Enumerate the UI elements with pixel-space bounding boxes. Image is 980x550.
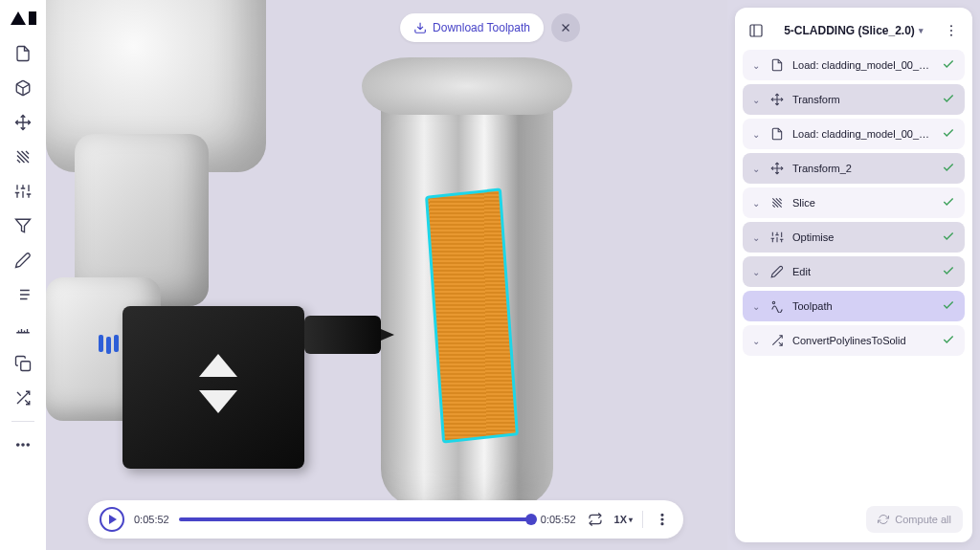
convert-icon[interactable]: [8, 383, 38, 413]
step-load-cladding-model-00-01-obj[interactable]: ⌄Load: cladding_model_00_01.obj: [743, 119, 965, 149]
download-toolpath-button[interactable]: Download Toolpath: [400, 13, 544, 42]
copy-icon[interactable]: [8, 348, 38, 379]
step-toolpath[interactable]: ⌄Toolpath: [743, 291, 965, 321]
sliders-icon: [769, 230, 785, 245]
process-title[interactable]: 5-CLADDING (Slice_2.0): [784, 24, 924, 37]
download-label: Download Toolpath: [433, 21, 530, 34]
step-label: Optimise: [792, 231, 934, 243]
close-button[interactable]: [551, 13, 580, 42]
svg-rect-7: [750, 25, 762, 36]
step-convertpolylinestosolid[interactable]: ⌄ConvertPolylinesToSolid: [743, 325, 965, 356]
list-icon[interactable]: [8, 279, 38, 310]
step-optimise[interactable]: ⌄Optimise: [743, 222, 965, 253]
file-icon: [769, 57, 785, 73]
move-icon: [769, 92, 785, 107]
step-label: Load: cladding_model_00_01.obj: [792, 128, 934, 140]
file-icon: [769, 126, 785, 142]
time-total: 0:05:52: [541, 514, 576, 525]
svg-point-10: [950, 34, 952, 36]
pencil-icon: [769, 264, 785, 279]
step-edit[interactable]: ⌄Edit: [743, 256, 965, 287]
step-slice[interactable]: ⌄Slice: [743, 187, 965, 218]
cube-icon[interactable]: [8, 73, 38, 103]
compute-label: Compute all: [895, 514, 951, 525]
play-button[interactable]: [100, 507, 124, 532]
playback-bar: 0:05:52 0:05:52 1X▾: [88, 500, 683, 539]
hatch-icon[interactable]: [8, 142, 38, 172]
step-transform[interactable]: ⌄Transform: [743, 84, 965, 115]
check-icon: [942, 92, 955, 107]
check-icon: [942, 230, 955, 245]
more-horizontal-icon[interactable]: [8, 429, 38, 460]
hatch-icon: [769, 195, 785, 210]
check-icon: [942, 126, 955, 142]
step-label: Toolpath: [792, 300, 934, 312]
move-icon[interactable]: [8, 107, 38, 138]
workpiece-model: [362, 57, 572, 507]
move-icon: [769, 161, 785, 176]
speed-selector[interactable]: 1X▾: [614, 514, 633, 525]
chevron-down-icon: ⌄: [752, 232, 762, 243]
step-transform-2[interactable]: ⌄Transform_2: [743, 153, 965, 184]
compute-all-button[interactable]: Compute all: [866, 506, 963, 533]
playback-more-icon[interactable]: [653, 510, 672, 529]
svg-rect-0: [21, 362, 31, 371]
ruler-icon[interactable]: [8, 314, 38, 344]
chevron-down-icon: ⌄: [752, 336, 762, 346]
panel-layout-icon[interactable]: [746, 21, 766, 40]
svg-point-9: [950, 30, 952, 32]
chevron-down-icon: ⌄: [752, 164, 762, 174]
check-icon: [942, 333, 955, 348]
toolpath-icon: [769, 298, 785, 314]
step-label: Edit: [792, 266, 934, 277]
svg-point-1: [17, 444, 19, 446]
step-load-cladding-model-00-00-obj[interactable]: ⌄Load: cladding_model_00_00.obj: [743, 50, 965, 80]
app-logo: [9, 10, 37, 27]
svg-point-11: [772, 301, 774, 303]
timeline-slider[interactable]: [179, 517, 531, 521]
check-icon: [942, 264, 955, 279]
svg-point-8: [950, 25, 952, 27]
step-label: Transform: [792, 94, 934, 105]
check-icon: [942, 161, 955, 176]
check-icon: [942, 57, 955, 73]
left-toolbar: [0, 0, 46, 550]
svg-point-5: [661, 518, 663, 520]
svg-point-4: [661, 514, 663, 516]
top-action-bar: Download Toolpath: [400, 13, 580, 42]
viewport-3d[interactable]: [46, 0, 727, 550]
sliders-icon[interactable]: [8, 176, 38, 207]
chevron-down-icon: ⌄: [752, 60, 762, 71]
step-label: Load: cladding_model_00_00.obj: [792, 59, 934, 71]
loop-icon[interactable]: [586, 510, 605, 529]
convert-icon: [769, 333, 785, 348]
check-icon: [942, 195, 955, 210]
chevron-down-icon: ⌄: [752, 198, 762, 209]
robot-arm: [46, 0, 362, 497]
step-label: Transform_2: [792, 163, 934, 174]
process-panel: 5-CLADDING (Slice_2.0) ⌄Load: cladding_m…: [735, 8, 972, 542]
steps-list: ⌄Load: cladding_model_00_00.obj⌄Transfor…: [743, 50, 965, 356]
check-icon: [942, 298, 955, 314]
pencil-icon[interactable]: [8, 245, 38, 275]
svg-point-6: [661, 523, 663, 525]
step-label: Slice: [792, 197, 934, 209]
chevron-down-icon: ⌄: [752, 129, 762, 140]
svg-point-3: [27, 444, 29, 446]
funnel-icon[interactable]: [8, 210, 38, 241]
time-current: 0:05:52: [134, 514, 169, 525]
step-label: ConvertPolylinesToSolid: [792, 335, 934, 346]
panel-more-icon[interactable]: [942, 21, 961, 40]
chevron-down-icon: ⌄: [752, 301, 762, 312]
file-icon[interactable]: [8, 38, 38, 69]
chevron-down-icon: ⌄: [752, 95, 762, 105]
chevron-down-icon: ⌄: [752, 267, 762, 277]
svg-point-2: [22, 444, 24, 446]
